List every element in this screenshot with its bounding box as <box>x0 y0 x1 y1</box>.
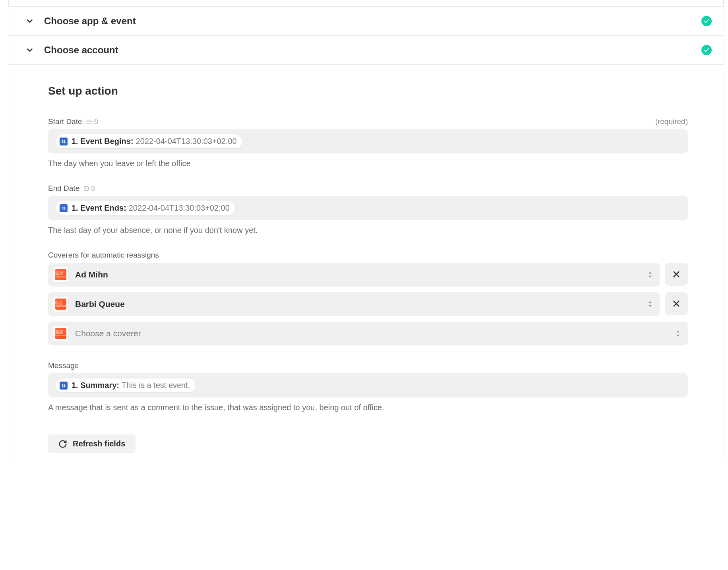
sort-icon <box>647 300 653 308</box>
pill-label: 1. Event Ends: <box>72 204 126 213</box>
pill-value: 2022-04-04T13:30:03+02:00 <box>129 204 230 213</box>
message-input[interactable]: 1. Summary: This is a test event. <box>48 373 688 397</box>
end-date-pill[interactable]: 1. Event Ends: 2022-04-04T13:30:03+02:00 <box>55 201 236 215</box>
section-title: Set up action <box>48 85 688 97</box>
coverers-label: Coverers for automatic reassigns <box>48 251 159 260</box>
svg-marker-7 <box>649 276 652 278</box>
pill-label: 1. Event Begins: <box>72 137 134 146</box>
calendar-icon <box>60 204 68 212</box>
field-type-icons <box>83 186 96 191</box>
coverer-name: Ad Mihn <box>75 270 647 279</box>
start-date-help: The day when you leave or left the offic… <box>48 159 688 168</box>
svg-marker-14 <box>677 331 680 333</box>
accordion-choose-account[interactable]: Choose account <box>8 36 724 65</box>
refresh-fields-button[interactable]: Refresh fields <box>48 434 136 453</box>
chevron-down-icon <box>24 16 35 27</box>
end-date-input[interactable]: 1. Event Ends: 2022-04-04T13:30:03+02:00 <box>48 196 688 220</box>
coverer-name: Barbi Queue <box>75 299 647 309</box>
accordion-title: Choose app & event <box>44 16 701 27</box>
coverer-row: OUT OF OFFICE ASSISTANT Ad Mihn <box>48 263 688 287</box>
svg-marker-15 <box>677 335 680 337</box>
app-icon: OUT OF OFFICE ASSISTANT <box>53 296 69 312</box>
calendar-icon <box>60 382 68 390</box>
coverer-placeholder: Choose a coverer <box>75 329 675 338</box>
refresh-label: Refresh fields <box>73 439 125 448</box>
coverer-select[interactable]: OUT OF OFFICE ASSISTANT Barbi Queue <box>48 292 660 316</box>
svg-rect-0 <box>87 120 91 124</box>
svg-marker-6 <box>649 272 652 274</box>
remove-coverer-button[interactable] <box>665 263 688 286</box>
svg-rect-3 <box>84 187 89 190</box>
field-type-icons <box>86 119 99 124</box>
remove-coverer-button[interactable] <box>665 292 688 315</box>
coverer-select[interactable]: OUT OF OFFICE ASSISTANT Ad Mihn <box>48 263 660 287</box>
app-icon: OUT OF OFFICE ASSISTANT <box>53 326 69 341</box>
setup-action-section: Set up action Start Date (required) 1. E… <box>8 65 724 461</box>
coverer-select-empty[interactable]: OUT OF OFFICE ASSISTANT Choose a coverer <box>48 322 688 345</box>
accordion-title: Choose account <box>44 45 701 56</box>
message-label: Message <box>48 361 79 370</box>
required-indicator: (required) <box>655 117 688 126</box>
message-help: A message that is sent as a comment to t… <box>48 403 688 412</box>
message-pill[interactable]: 1. Summary: This is a test event. <box>55 378 196 393</box>
check-complete-icon <box>701 45 712 55</box>
chevron-down-icon <box>24 45 35 56</box>
sort-icon <box>647 271 653 279</box>
start-date-label-row: Start Date (required) <box>48 117 688 126</box>
end-date-help: The last day of your absence, or none if… <box>48 226 688 235</box>
refresh-icon <box>58 440 67 448</box>
check-complete-icon <box>701 16 712 26</box>
pill-label: 1. Summary: <box>72 381 119 390</box>
coverer-row: OUT OF OFFICE ASSISTANT Barbi Queue <box>48 292 688 316</box>
pill-value: This is a test event. <box>122 381 190 390</box>
calendar-icon <box>60 138 68 145</box>
end-date-label-row: End Date <box>48 184 688 193</box>
start-date-label: Start Date <box>48 117 82 126</box>
sort-icon <box>675 330 681 337</box>
svg-marker-11 <box>649 305 652 307</box>
svg-marker-10 <box>649 301 652 303</box>
coverer-row: OUT OF OFFICE ASSISTANT Choose a coverer <box>48 322 688 345</box>
message-label-row: Message <box>48 361 688 370</box>
start-date-input[interactable]: 1. Event Begins: 2022-04-04T13:30:03+02:… <box>48 129 688 153</box>
end-date-label: End Date <box>48 184 79 193</box>
pill-value: 2022-04-04T13:30:03+02:00 <box>136 137 237 146</box>
coverers-label-row: Coverers for automatic reassigns <box>48 251 688 260</box>
start-date-pill[interactable]: 1. Event Begins: 2022-04-04T13:30:03+02:… <box>55 134 243 149</box>
app-icon: OUT OF OFFICE ASSISTANT <box>53 267 69 283</box>
accordion-choose-app-event[interactable]: Choose app & event <box>8 6 724 36</box>
